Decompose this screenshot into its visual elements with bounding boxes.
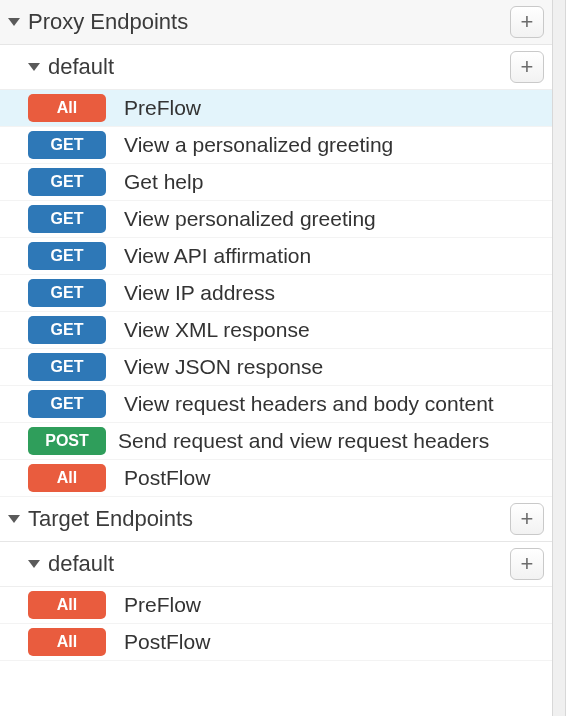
flow-label: PreFlow [124,593,544,617]
target-default-header[interactable]: default + [0,542,552,587]
chevron-down-icon [28,560,40,568]
plus-icon: + [521,553,534,575]
method-badge-all: All [28,628,106,656]
flow-row[interactable]: GET View request headers and body conten… [0,386,552,423]
chevron-down-icon [8,515,20,523]
flow-label: View request headers and body content [124,392,544,416]
flow-label: View personalized greeting [124,207,544,231]
flow-row[interactable]: GET View API affirmation [0,238,552,275]
flow-label: PostFlow [124,630,544,654]
flow-label: View XML response [124,318,544,342]
add-proxy-endpoint-button[interactable]: + [510,6,544,38]
flow-row[interactable]: All PreFlow [0,90,552,127]
flow-row[interactable]: POST Send request and view request heade… [0,423,552,460]
chevron-down-icon [8,18,20,26]
section-header-proxy[interactable]: Proxy Endpoints + [0,0,552,45]
method-badge-get: GET [28,279,106,307]
flow-row[interactable]: GET View XML response [0,312,552,349]
flow-label: View API affirmation [124,244,544,268]
method-badge-get: GET [28,205,106,233]
method-badge-all: All [28,94,106,122]
method-badge-all: All [28,464,106,492]
flow-row[interactable]: GET View a personalized greeting [0,127,552,164]
chevron-down-icon [28,63,40,71]
plus-icon: + [521,11,534,33]
method-badge-get: GET [28,242,106,270]
section-title: Proxy Endpoints [28,9,510,35]
add-flow-button[interactable]: + [510,548,544,580]
endpoints-panel: Proxy Endpoints + default + All PreFlow … [0,0,552,716]
flow-row[interactable]: GET Get help [0,164,552,201]
flow-label: Send request and view request headers [118,429,544,453]
flow-label: View IP address [124,281,544,305]
resize-handle[interactable] [552,0,566,716]
section-header-target[interactable]: Target Endpoints + [0,497,552,542]
group-title: default [48,54,510,80]
method-badge-get: GET [28,316,106,344]
add-flow-button[interactable]: + [510,51,544,83]
flow-label: PreFlow [124,96,544,120]
flow-row[interactable]: All PreFlow [0,587,552,624]
flow-row[interactable]: GET View personalized greeting [0,201,552,238]
method-badge-get: GET [28,131,106,159]
flow-row[interactable]: All PostFlow [0,460,552,497]
method-badge-get: GET [28,390,106,418]
proxy-default-header[interactable]: default + [0,45,552,90]
method-badge-get: GET [28,353,106,381]
group-title: default [48,551,510,577]
method-badge-get: GET [28,168,106,196]
flow-label: PostFlow [124,466,544,490]
plus-icon: + [521,56,534,78]
section-title: Target Endpoints [28,506,510,532]
method-badge-post: POST [28,427,106,455]
flow-label: Get help [124,170,544,194]
flow-row[interactable]: GET View JSON response [0,349,552,386]
flow-label: View a personalized greeting [124,133,544,157]
method-badge-all: All [28,591,106,619]
add-target-endpoint-button[interactable]: + [510,503,544,535]
app-frame: Proxy Endpoints + default + All PreFlow … [0,0,566,716]
flow-row[interactable]: All PostFlow [0,624,552,661]
flow-row[interactable]: GET View IP address [0,275,552,312]
plus-icon: + [521,508,534,530]
flow-label: View JSON response [124,355,544,379]
